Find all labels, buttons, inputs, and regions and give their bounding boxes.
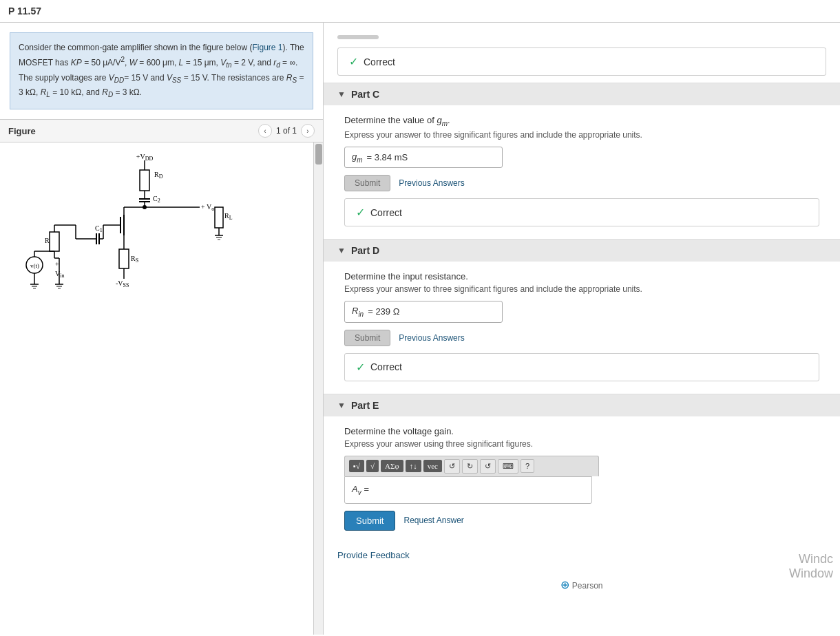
correct-label-top: Correct bbox=[364, 56, 395, 67]
part-e-arrow: ▼ bbox=[337, 401, 346, 410]
part-e-header[interactable]: ▼ Part E bbox=[324, 394, 840, 416]
part-d-correct-box: ✓ Correct bbox=[344, 353, 819, 381]
part-d-label: Part D bbox=[351, 245, 379, 256]
provide-feedback: Provide Feedback bbox=[324, 543, 840, 574]
figure-next-btn[interactable]: › bbox=[301, 124, 315, 138]
part-d-answer-label: Rin bbox=[352, 306, 364, 318]
part-d-prev-answers-btn[interactable]: Previous Answers bbox=[399, 333, 464, 343]
part-c-header[interactable]: ▼ Part C bbox=[324, 83, 840, 105]
math-input-area: Av = bbox=[344, 476, 592, 504]
part-c-correct-box: ✓ Correct bbox=[344, 198, 819, 226]
part-e-label: Part E bbox=[351, 400, 379, 411]
watermark-line1: Windc bbox=[789, 552, 833, 566]
matrix-btn[interactable]: ▪√ bbox=[349, 460, 364, 472]
arrows-btn[interactable]: ↑↓ bbox=[406, 460, 421, 472]
svg-text:C2: C2 bbox=[153, 195, 160, 204]
correct-banner-top: ✓ Correct bbox=[337, 35, 826, 76]
scroll-thumb bbox=[315, 144, 322, 165]
svg-text:+: + bbox=[201, 203, 205, 211]
pearson-label: Pearson bbox=[572, 581, 603, 591]
vec-btn[interactable]: vec bbox=[423, 460, 442, 472]
figure-content: +VDD RD C2 bbox=[0, 142, 323, 635]
figure-label: Figure bbox=[8, 126, 36, 136]
figure-header: Figure ‹ 1 of 1 › bbox=[0, 120, 323, 142]
part-e-instruction: Determine the voltage gain. bbox=[344, 426, 819, 436]
help-btn[interactable]: ? bbox=[521, 459, 534, 473]
svg-text:v(t): v(t) bbox=[30, 262, 39, 269]
math-toolbar-container: ▪√ √ AΣφ ↑↓ vec ↺ ↻ ↺ ⌨ ? Av = bbox=[344, 456, 599, 504]
figure-prev-btn[interactable]: ‹ bbox=[258, 124, 272, 138]
check-icon-d: ✓ bbox=[356, 361, 365, 374]
part-d-section: ▼ Part D Determine the input resistance.… bbox=[324, 239, 840, 394]
figure-panel: Figure ‹ 1 of 1 › +VDD bbox=[0, 119, 323, 635]
svg-rect-36 bbox=[50, 232, 59, 251]
part-e-submit-btn[interactable]: Submit bbox=[344, 511, 395, 531]
part-c-submit-row: Submit Previous Answers bbox=[344, 175, 819, 191]
part-d-answer-value: = 239 Ω bbox=[368, 306, 399, 317]
part-e-body: Determine the voltage gain. Express your… bbox=[324, 416, 840, 543]
svg-rect-13 bbox=[215, 207, 223, 228]
part-d-answer-box: Rin = 239 Ω bbox=[344, 301, 503, 323]
part-c-label: Part C bbox=[351, 89, 379, 100]
circuit-area: +VDD RD C2 bbox=[0, 142, 313, 635]
svg-text:RS: RS bbox=[131, 255, 138, 264]
figure-nav: ‹ 1 of 1 › bbox=[258, 124, 315, 138]
part-c-answer-value: = 3.84 mS bbox=[367, 152, 408, 162]
correct-label-d: Correct bbox=[370, 361, 402, 372]
part-e-input[interactable] bbox=[375, 483, 585, 498]
part-e-hint: Express your answer using three signific… bbox=[344, 439, 819, 449]
correct-box-top: ✓ Correct bbox=[337, 47, 826, 76]
part-c-answer-box: gm = 3.84 mS bbox=[344, 147, 503, 169]
sqrt-btn[interactable]: √ bbox=[366, 460, 379, 472]
watermark-line2: Window bbox=[789, 566, 833, 581]
svg-text:-VSS: -VSS bbox=[116, 279, 129, 288]
correct-label-c: Correct bbox=[370, 207, 402, 218]
alpha-btn[interactable]: AΣφ bbox=[381, 460, 403, 472]
part-c-body: Determine the value of gm. Express your … bbox=[324, 105, 840, 239]
svg-text:RD: RD bbox=[154, 171, 163, 180]
part-e-section: ▼ Part E Determine the voltage gain. Exp… bbox=[324, 394, 840, 543]
part-e-submit-row: Submit Request Answer bbox=[344, 511, 819, 531]
svg-rect-3 bbox=[140, 170, 149, 191]
part-d-header[interactable]: ▼ Part D bbox=[324, 239, 840, 262]
redo-btn[interactable]: ↻ bbox=[462, 459, 478, 474]
figure-scrollbar[interactable] bbox=[313, 142, 323, 635]
check-icon-top: ✓ bbox=[349, 55, 358, 68]
math-toolbar: ▪√ √ AΣφ ↑↓ vec ↺ ↻ ↺ ⌨ ? bbox=[344, 456, 599, 476]
part-c-prev-answers-btn[interactable]: Previous Answers bbox=[399, 178, 464, 188]
part-d-arrow: ▼ bbox=[337, 246, 346, 255]
svg-text:Vo: Vo bbox=[207, 203, 214, 212]
svg-text:C1: C1 bbox=[95, 224, 103, 233]
left-panel: Consider the common-gate amplifier shown… bbox=[0, 23, 324, 635]
part-c-arrow: ▼ bbox=[337, 89, 346, 99]
page-title: P 11.57 bbox=[0, 0, 840, 23]
part-e-request-answer-btn[interactable]: Request Answer bbox=[403, 516, 463, 525]
circuit-svg: +VDD RD C2 bbox=[7, 149, 289, 308]
right-panel: ✓ Correct ▼ Part C Determine the value o… bbox=[324, 23, 840, 635]
windows-watermark: Windc Window bbox=[789, 552, 840, 581]
keyboard-btn[interactable]: ⌨ bbox=[498, 459, 518, 474]
math-input-label: Av = bbox=[352, 484, 369, 496]
part-c-submit-btn[interactable]: Submit bbox=[344, 175, 390, 191]
part-d-instruction: Determine the input resistance. bbox=[344, 271, 819, 282]
svg-text:RL: RL bbox=[224, 212, 233, 221]
part-d-hint: Express your answer to three significant… bbox=[344, 284, 819, 294]
part-d-submit-btn[interactable]: Submit bbox=[344, 330, 390, 346]
figure-link[interactable]: Figure 1 bbox=[253, 43, 283, 52]
undo-btn[interactable]: ↺ bbox=[444, 459, 460, 474]
part-d-body: Determine the input resistance. Express … bbox=[324, 262, 840, 394]
part-c-hint: Express your answer to three significant… bbox=[344, 130, 819, 140]
svg-text:R: R bbox=[45, 237, 50, 244]
svg-text:+: + bbox=[55, 260, 59, 268]
part-c-answer-label: gm bbox=[352, 151, 363, 164]
provide-feedback-link[interactable]: Provide Feedback bbox=[337, 550, 410, 560]
figure-nav-label: 1 of 1 bbox=[276, 126, 297, 136]
svg-rect-26 bbox=[119, 249, 129, 268]
part-c-section: ▼ Part C Determine the value of gm. Expr… bbox=[324, 83, 840, 239]
pearson-logo: ⊕ Pearson bbox=[324, 574, 840, 595]
refresh-btn[interactable]: ↺ bbox=[480, 459, 496, 474]
part-d-submit-row: Submit Previous Answers bbox=[344, 330, 819, 346]
part-c-instruction: Determine the value of gm. bbox=[344, 115, 819, 127]
problem-text: Consider the common-gate amplifier shown… bbox=[10, 32, 313, 109]
check-icon-c: ✓ bbox=[356, 206, 365, 219]
